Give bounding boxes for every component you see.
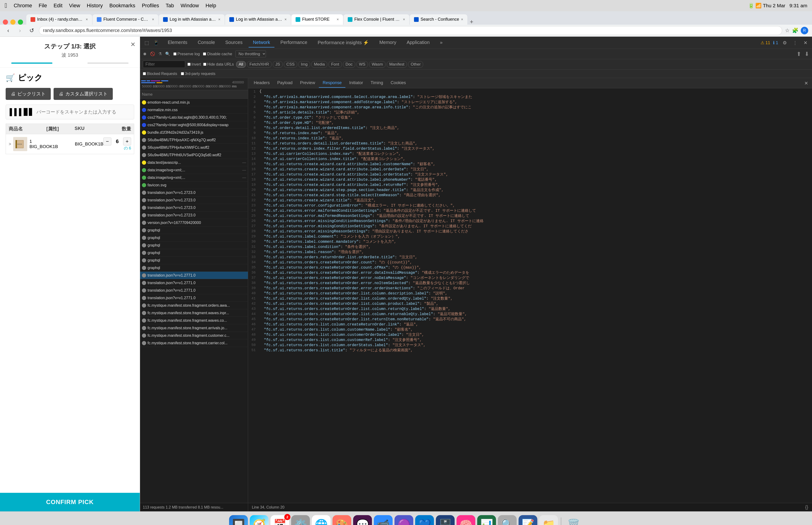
network-row-bundle[interactable]: bundle.d1f3f4d2e24d32a73419.js bbox=[140, 129, 248, 136]
forward-button[interactable]: › bbox=[16, 26, 25, 35]
menu-chrome[interactable]: Chrome bbox=[14, 3, 32, 9]
menu-bookmarks[interactable]: Bookmarks bbox=[109, 3, 135, 9]
dock-icon-trash[interactable]: 🗑️ bbox=[564, 515, 583, 525]
network-row-graphql-1[interactable]: graphql bbox=[140, 227, 248, 234]
tab-fluent-store[interactable]: Fluent STORE × bbox=[291, 14, 343, 25]
modal-close-button[interactable]: ✕ bbox=[131, 41, 136, 48]
devtools-tab-application[interactable]: Application bbox=[402, 38, 434, 47]
network-import-icon[interactable]: ⬆ bbox=[796, 51, 801, 57]
network-row-graphql-4[interactable]: graphql bbox=[140, 249, 248, 257]
dock-icon-vscode[interactable]: 💙 bbox=[415, 515, 434, 525]
network-row-favicon[interactable]: favicon.svg bbox=[140, 181, 248, 189]
inspect-element-icon[interactable]: ⬚ bbox=[143, 39, 150, 46]
network-row-graphql-2[interactable]: graphql bbox=[140, 234, 248, 242]
dock-icon-teams[interactable]: 🟣 bbox=[395, 515, 413, 525]
tab-fluent[interactable]: Fluent Commerce - Calen... × bbox=[93, 14, 158, 25]
settings-icon[interactable]: ⚙ bbox=[781, 39, 788, 46]
reload-button[interactable]: ↺ bbox=[27, 26, 36, 35]
tab-close-atlassian1[interactable]: × bbox=[218, 17, 220, 21]
detail-tab-cookies[interactable]: Cookies bbox=[387, 78, 410, 88]
network-row-manifest-waves[interactable]: fc.mystique.manifest.store.fragment.wave… bbox=[140, 309, 248, 317]
network-row-normalize[interactable]: normalize.min.css bbox=[140, 106, 248, 114]
detail-tab-preview[interactable]: Preview bbox=[296, 78, 319, 88]
invert-checkbox[interactable] bbox=[187, 63, 190, 66]
network-row-manifest-orders[interactable]: fc.mystique.manifest.store.fragment.orde… bbox=[140, 302, 248, 309]
detail-tab-response[interactable]: Response bbox=[319, 78, 346, 88]
dock-icon-chrome[interactable]: 🌐 bbox=[312, 515, 331, 525]
network-export-icon[interactable]: ⬇ bbox=[805, 51, 809, 57]
network-row-graphql-6[interactable]: graphql bbox=[140, 264, 248, 272]
tab-close-flex[interactable]: × bbox=[403, 17, 405, 21]
extension-icon[interactable]: 🧩 bbox=[792, 28, 798, 34]
minimize-btn[interactable] bbox=[10, 19, 16, 25]
record-stop-icon[interactable]: ⏺ bbox=[143, 52, 147, 56]
device-toggle-icon[interactable]: 📱 bbox=[152, 39, 160, 46]
back-button[interactable]: ‹ bbox=[4, 26, 13, 35]
network-row-translation-2[interactable]: translation.json?v=v1.2723.0 bbox=[140, 196, 248, 204]
dock-icon-files[interactable]: 📁 bbox=[539, 515, 558, 525]
tab-flex-console[interactable]: Flex Console | Fluent Com... × bbox=[343, 14, 409, 25]
row-expand-icon[interactable]: > bbox=[9, 142, 11, 147]
pill-fetch-xhr[interactable]: Fetch/XHR bbox=[247, 61, 272, 68]
network-row-emotion[interactable]: emotion-react.umd.min.js bbox=[140, 99, 248, 106]
close-window-btn[interactable] bbox=[3, 19, 8, 25]
menu-view[interactable]: View bbox=[69, 3, 80, 9]
network-row-translation-1[interactable]: translation.json?v=v1.2723.0 bbox=[140, 189, 248, 196]
pill-img[interactable]: Img bbox=[298, 61, 310, 68]
dock-icon-intellij[interactable]: 🧠 bbox=[457, 515, 475, 525]
devtools-tab-performance[interactable]: Performance bbox=[276, 38, 312, 47]
dock-icon-zoom[interactable]: 📹 bbox=[374, 515, 393, 525]
new-tab-button[interactable]: + bbox=[470, 18, 473, 25]
network-row-translation-4[interactable]: translation.json?v=v1.2723.0 bbox=[140, 211, 248, 219]
network-row-woff2-3[interactable]: S6u9w4BMUTPHh6UVSwlPGQ3q5d0.woff2 bbox=[140, 151, 248, 159]
barcode-input-field[interactable] bbox=[36, 109, 130, 115]
filter-icon-btn[interactable]: ⚗ bbox=[158, 51, 162, 56]
network-row-data-svg-1[interactable]: data:image/svg+xml;... — bbox=[140, 166, 248, 174]
pill-ws[interactable]: WS bbox=[356, 61, 368, 68]
network-row-woff2-1[interactable]: S6u8w4BMUTPHjxsAXC-qNiXg7Q.woff2 bbox=[140, 136, 248, 144]
detail-tab-timing[interactable]: Timing bbox=[367, 78, 387, 88]
pill-wasm[interactable]: Wasm bbox=[369, 61, 386, 68]
network-row-woff2-2[interactable]: S6uyw4BMUTPHjx4wXIWtFCc.woff2 bbox=[140, 144, 248, 151]
dock-icon-figma[interactable]: 🎨 bbox=[333, 515, 351, 525]
network-row-translation-7[interactable]: translation.json?v=v1.2771.0 bbox=[140, 294, 248, 302]
network-row-data-svg-2[interactable]: data:image/svg+xml;... — bbox=[140, 174, 248, 181]
pick-list-button[interactable]: 🖨 ピックリスト bbox=[6, 88, 51, 100]
third-party-checkbox[interactable] bbox=[181, 72, 184, 75]
network-filter-input[interactable] bbox=[143, 61, 185, 68]
throttling-select[interactable]: No throttling bbox=[235, 50, 266, 57]
detail-close-button[interactable]: ✕ bbox=[802, 79, 810, 87]
network-row-data-js[interactable]: data:text/javascrip... — bbox=[140, 159, 248, 166]
network-row-graphql-3[interactable]: graphql bbox=[140, 242, 248, 249]
blocked-requests-checkbox[interactable] bbox=[143, 72, 146, 75]
network-row-manifest-customer[interactable]: fc.mystique.manifest.store.fragment.cust… bbox=[140, 332, 248, 339]
dock-icon-excel[interactable]: 📊 bbox=[477, 515, 496, 525]
network-row-translation-5[interactable]: translation.json?v=v1.2771.0 bbox=[140, 279, 248, 287]
dock-icon-word[interactable]: 📝 bbox=[519, 515, 537, 525]
hide-data-checkbox[interactable] bbox=[203, 63, 206, 66]
more-options-icon[interactable]: ⋮ bbox=[791, 39, 799, 46]
menu-history[interactable]: History bbox=[87, 3, 103, 9]
pill-all[interactable]: All bbox=[236, 61, 246, 68]
tab-atlassian1[interactable]: Log in with Atlassian acco... × bbox=[159, 14, 225, 25]
pill-doc[interactable]: Doc bbox=[343, 61, 355, 68]
network-row-graphql-5[interactable]: graphql bbox=[140, 257, 248, 264]
network-row-manifest-carrier[interactable]: fc.mystique.manifest.store.fragment.carr… bbox=[140, 339, 248, 347]
devtools-tab-more[interactable]: » bbox=[436, 38, 447, 47]
network-row-manifest-arrivals[interactable]: fc.mystique.manifest.store.fragment.arri… bbox=[140, 324, 248, 332]
barcode-input-row[interactable]: ▌▌▌▊▋ bbox=[6, 105, 134, 119]
menu-tab[interactable]: Tab bbox=[166, 3, 174, 9]
network-row-manifest-waves2[interactable]: fc.mystique.manifest.store.fragment.wave… bbox=[140, 317, 248, 324]
tab-close-fluent[interactable]: × bbox=[152, 17, 154, 21]
preserve-log-checkbox[interactable] bbox=[173, 52, 177, 56]
profile-icon[interactable]: R bbox=[801, 27, 808, 34]
dock-icon-datagrip[interactable]: 🗄️ bbox=[436, 515, 455, 525]
confirm-pick-button[interactable]: CONFIRM PICK bbox=[0, 493, 140, 511]
pill-js[interactable]: JS bbox=[273, 61, 282, 68]
address-bar[interactable]: randy.sandbox.apps.fluentcommerce.com/st… bbox=[39, 26, 782, 35]
bookmark-icon[interactable]: ☆ bbox=[785, 28, 790, 34]
format-json-icon[interactable]: {} bbox=[805, 505, 808, 510]
dock-icon-slack[interactable]: 💬 bbox=[353, 515, 372, 525]
detail-tab-payload[interactable]: Payload bbox=[274, 78, 296, 88]
apple-menu[interactable]:  bbox=[5, 2, 7, 10]
